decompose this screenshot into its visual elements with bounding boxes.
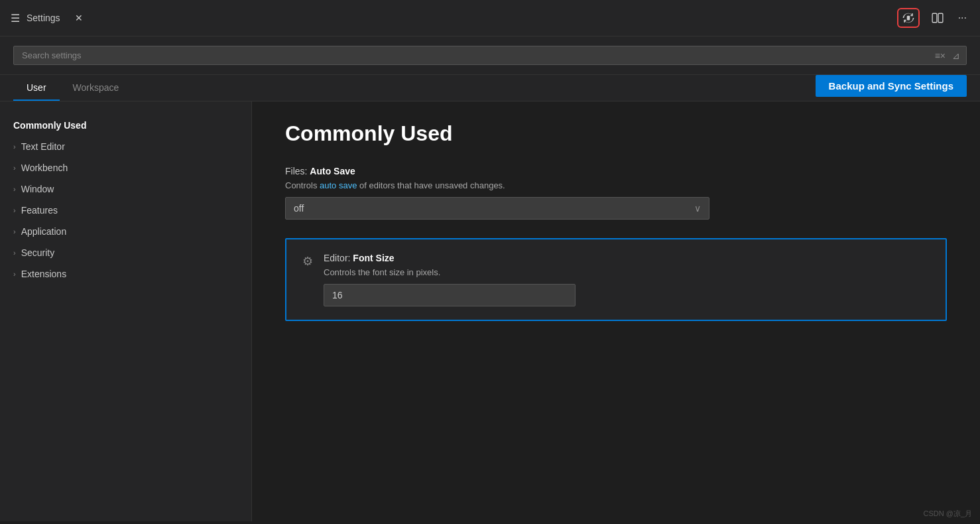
auto-save-label-prefix: Files: xyxy=(285,166,310,176)
sidebar-item-label: Workbench xyxy=(21,163,68,173)
svg-rect-0 xyxy=(906,16,910,21)
clear-filter-icon[interactable]: ≡× xyxy=(935,50,946,61)
auto-save-link[interactable]: auto save xyxy=(320,180,357,190)
chevron-icon: › xyxy=(13,228,16,235)
more-icon: ··· xyxy=(958,12,967,24)
split-editor-button[interactable] xyxy=(929,9,946,27)
font-size-input[interactable] xyxy=(324,284,576,306)
auto-save-desc: Controls auto save of editors that have … xyxy=(285,180,947,190)
sidebar-item-extensions[interactable]: › Extensions xyxy=(0,263,251,285)
filter-icon[interactable]: ⊿ xyxy=(952,50,960,61)
sidebar-item-label: Window xyxy=(21,184,54,194)
svg-rect-1 xyxy=(932,13,937,23)
hamburger-icon[interactable]: ☰ xyxy=(11,12,20,25)
sidebar-item-workbench[interactable]: › Workbench xyxy=(0,157,251,178)
sidebar-item-commonly-used[interactable]: Commonly Used xyxy=(0,115,251,136)
sidebar-item-text-editor[interactable]: › Text Editor xyxy=(0,136,251,157)
search-bar-area: ≡× ⊿ xyxy=(0,36,980,75)
section-title: Commonly Used xyxy=(285,121,947,146)
auto-save-label-bold: Auto Save xyxy=(310,166,355,176)
dropdown-chevron-icon: ∨ xyxy=(694,203,701,214)
tabs-row: User Workspace Backup and Sync Settings xyxy=(0,75,980,101)
search-bar-inner: ≡× ⊿ xyxy=(13,46,967,65)
sidebar-item-label: Extensions xyxy=(21,269,66,279)
content-area: Commonly Used Files: Auto Save Controls … xyxy=(252,101,980,521)
sidebar-item-label: Commonly Used xyxy=(13,120,86,131)
more-actions-button[interactable]: ··· xyxy=(955,9,969,27)
setting-font-size: ⚙ Editor: Font Size Controls the font si… xyxy=(285,238,947,321)
sidebar-item-application[interactable]: › Application xyxy=(0,221,251,242)
sidebar-item-label: Text Editor xyxy=(21,141,65,152)
title-bar-left: ☰ Settings ✕ xyxy=(11,12,83,25)
title-label: Settings xyxy=(27,13,60,23)
main-layout: Commonly Used › Text Editor › Workbench … xyxy=(0,101,980,521)
backup-sync-button[interactable]: Backup and Sync Settings xyxy=(816,75,967,97)
chevron-icon: › xyxy=(13,270,16,278)
chevron-icon: › xyxy=(13,206,16,214)
tab-workspace[interactable]: Workspace xyxy=(60,76,133,101)
sidebar-item-label: Application xyxy=(21,226,67,237)
dropdown-value: off xyxy=(294,203,304,214)
chevron-icon: › xyxy=(13,185,16,193)
sidebar-item-label: Security xyxy=(21,247,55,258)
auto-save-desc-suffix: of editors that have unsaved changes. xyxy=(357,180,505,190)
font-size-desc-text: Controls the font size in pixels. xyxy=(324,267,440,277)
auto-save-label: Files: Auto Save xyxy=(285,166,947,176)
auto-save-desc-text: Controls xyxy=(285,180,320,190)
font-size-label: Editor: Font Size xyxy=(324,253,930,263)
search-icons: ≡× ⊿ xyxy=(935,50,960,61)
sidebar-item-security[interactable]: › Security xyxy=(0,242,251,263)
font-size-content: Editor: Font Size Controls the font size… xyxy=(324,253,930,306)
sidebar-item-label: Features xyxy=(21,205,58,216)
close-icon[interactable]: ✕ xyxy=(75,13,83,23)
title-bar-right: ··· xyxy=(897,8,969,28)
sync-icon-button[interactable] xyxy=(897,8,920,28)
search-input[interactable] xyxy=(13,46,967,65)
tabs-left: User Workspace xyxy=(13,76,132,101)
font-size-label-bold: Font Size xyxy=(353,253,394,263)
font-size-label-prefix: Editor: xyxy=(324,253,353,263)
setting-auto-save: Files: Auto Save Controls auto save of e… xyxy=(285,166,947,220)
sidebar: Commonly Used › Text Editor › Workbench … xyxy=(0,101,252,521)
chevron-icon: › xyxy=(13,249,16,257)
chevron-icon: › xyxy=(13,164,16,172)
font-size-desc: Controls the font size in pixels. xyxy=(324,267,930,277)
gear-icon: ⚙ xyxy=(302,254,313,269)
tab-user[interactable]: User xyxy=(13,76,60,101)
sidebar-item-features[interactable]: › Features xyxy=(0,200,251,221)
watermark: CSDN @凉_月 xyxy=(923,509,972,519)
chevron-icon: › xyxy=(13,143,16,151)
auto-save-dropdown[interactable]: off ∨ xyxy=(285,197,709,220)
title-bar: ☰ Settings ✕ ··· xyxy=(0,0,980,36)
svg-rect-2 xyxy=(938,13,943,23)
sidebar-item-window[interactable]: › Window xyxy=(0,178,251,200)
